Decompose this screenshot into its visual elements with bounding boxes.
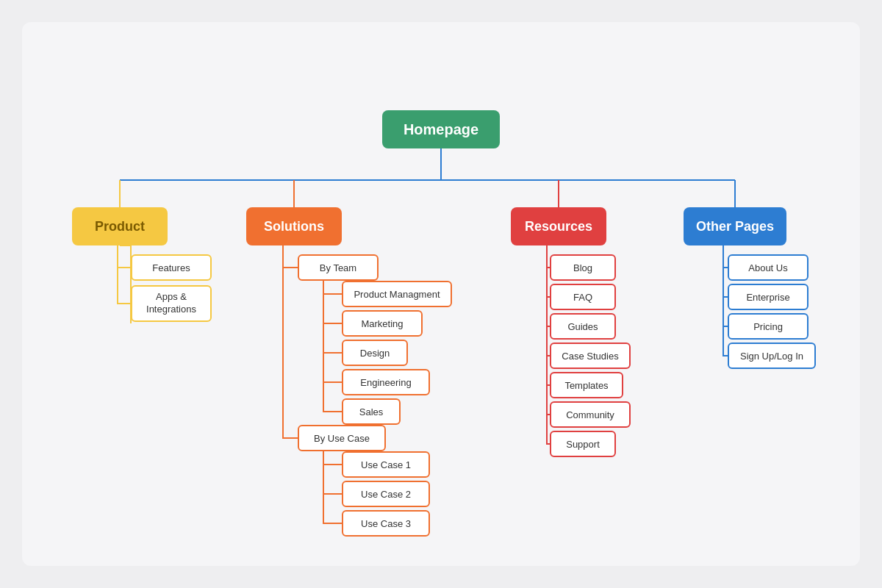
node-aboutus[interactable]: About Us: [728, 254, 808, 281]
node-enterprise[interactable]: Enterprise: [728, 284, 808, 310]
node-signup[interactable]: Sign Up/Log In: [728, 343, 816, 369]
node-support[interactable]: Support: [550, 431, 616, 457]
node-blog[interactable]: Blog: [550, 254, 616, 281]
node-faq[interactable]: FAQ: [550, 284, 616, 310]
node-byteam[interactable]: By Team: [298, 254, 379, 281]
node-templates[interactable]: Templates: [550, 372, 623, 398]
node-apps[interactable]: Apps & Integrations: [131, 285, 212, 322]
node-resources[interactable]: Resources: [511, 207, 606, 245]
node-sales[interactable]: Sales: [342, 398, 401, 425]
node-marketing[interactable]: Marketing: [342, 310, 423, 337]
node-design[interactable]: Design: [342, 340, 408, 366]
node-engineering[interactable]: Engineering: [342, 369, 430, 395]
node-solutions[interactable]: Solutions: [246, 207, 342, 245]
node-features[interactable]: Features: [131, 254, 212, 281]
node-uc1[interactable]: Use Case 1: [342, 451, 430, 478]
node-pricing[interactable]: Pricing: [728, 313, 808, 340]
node-pm[interactable]: Product Managment: [342, 281, 452, 307]
node-guides[interactable]: Guides: [550, 313, 616, 340]
node-community[interactable]: Community: [550, 401, 631, 428]
node-byusecase[interactable]: By Use Case: [298, 425, 386, 451]
mindmap-canvas: Homepage Product Features Apps & Integra…: [22, 22, 860, 566]
node-homepage[interactable]: Homepage: [382, 110, 500, 148]
node-product[interactable]: Product: [72, 207, 168, 245]
node-otherpages[interactable]: Other Pages: [684, 207, 786, 245]
node-casestudies[interactable]: Case Studies: [550, 343, 631, 369]
node-uc3[interactable]: Use Case 3: [342, 510, 430, 537]
node-uc2[interactable]: Use Case 2: [342, 481, 430, 507]
